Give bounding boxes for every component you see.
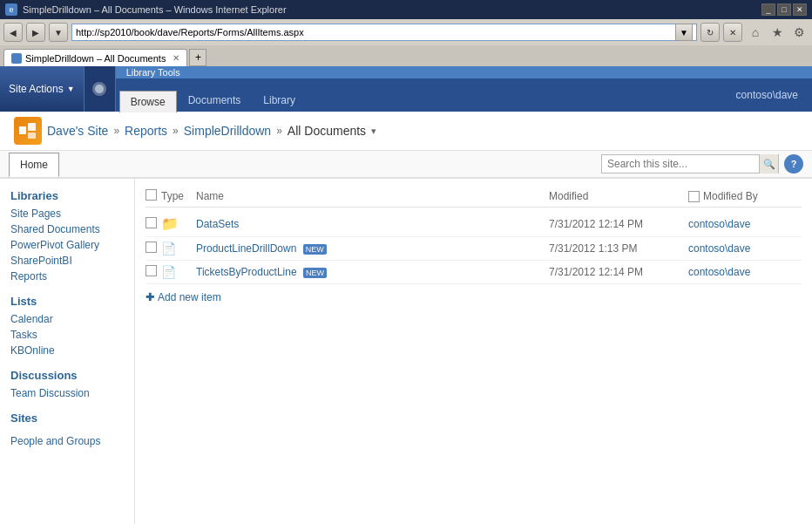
address-field[interactable]: http://sp2010/book/dave/Reports/Forms/Al… — [71, 24, 697, 41]
nav-home[interactable]: Home — [9, 153, 59, 177]
sidebar-item-kbonline[interactable]: KBOnline — [10, 343, 124, 358]
new-badge-productline: NEW — [303, 244, 327, 255]
new-badge-tickets: NEW — [303, 268, 327, 278]
header-check[interactable] — [145, 189, 161, 203]
breadcrumb-section[interactable]: Reports — [125, 124, 167, 138]
file-link-productline[interactable]: ProductLineDrillDown — [196, 242, 296, 255]
active-tab[interactable]: SimpleDrilldown – All Documents ✕ — [3, 49, 187, 66]
dropdown-button[interactable]: ▼ — [49, 23, 68, 42]
home-icon[interactable]: ⌂ — [746, 23, 765, 42]
row-name-tickets: TicketsByProductLine NEW — [196, 266, 549, 278]
sidebar-libraries-heading: Libraries — [10, 189, 124, 202]
table-row: 📄 TicketsByProductLine NEW 7/31/2012 12:… — [145, 261, 802, 284]
row-modified-tickets: 7/31/2012 12:14 PM — [549, 266, 688, 278]
header-modified[interactable]: Modified — [549, 190, 688, 202]
sidebar-item-tasks[interactable]: Tasks — [10, 327, 124, 343]
browser-window: e SimpleDrilldown – All Documents – Wind… — [0, 0, 812, 524]
sidebar-discussions-heading: Discussions — [10, 369, 124, 382]
ribbon-user[interactable]: contoso\dave — [726, 85, 809, 105]
sidebar-sites-heading: Sites — [10, 412, 124, 425]
breadcrumb-page: All Documents — [288, 124, 366, 138]
file-link-datasets[interactable]: DataSets — [196, 218, 239, 230]
svg-rect-2 — [19, 126, 26, 134]
site-icon — [14, 117, 42, 145]
content-area: Type Name Modified Modified By 📁 — [135, 179, 812, 524]
sidebar-item-reports[interactable]: Reports — [10, 269, 124, 284]
address-dropdown[interactable]: ▼ — [675, 24, 693, 41]
modby-link-productline[interactable]: contoso\dave — [688, 242, 750, 255]
sidebar-item-calendar[interactable]: Calendar — [10, 311, 124, 327]
add-new-item[interactable]: ✚ Add new item — [145, 284, 802, 310]
search-input[interactable] — [602, 158, 759, 170]
row-checkbox-tickets[interactable] — [145, 265, 157, 276]
ribbon-tabs-row: Browse Documents Library contoso\dave — [116, 78, 812, 112]
tab-favicon — [11, 53, 22, 64]
row-checkbox-productline[interactable] — [145, 242, 157, 253]
row-check-datasets[interactable] — [145, 217, 161, 231]
sidebar-item-sharepointbi[interactable]: SharePointBI — [10, 253, 124, 269]
row-name-productline: ProductLineDrillDown NEW — [196, 242, 549, 255]
row-modby-datasets: contoso\dave — [688, 218, 802, 230]
breadcrumb-sep3: » — [276, 125, 282, 137]
favorites-icon[interactable]: ★ — [768, 23, 787, 42]
ribbon-tab-documents[interactable]: Documents — [177, 89, 253, 112]
breadcrumb: Dave's Site » Reports » SimpleDrilldown … — [14, 117, 798, 145]
ribbon-tab-browse[interactable]: Browse — [119, 91, 177, 112]
search-button[interactable]: 🔍 — [759, 154, 778, 174]
browser-icon: e — [5, 3, 17, 16]
breadcrumb-site[interactable]: Dave's Site — [47, 124, 108, 138]
table-row: 📁 DataSets 7/31/2012 12:14 PM contoso\da… — [145, 211, 802, 237]
select-all-checkbox[interactable] — [145, 189, 157, 201]
file-link-tickets[interactable]: TicketsByProductLine — [196, 266, 297, 278]
row-name-datasets: DataSets — [196, 218, 549, 230]
row-check-productline[interactable] — [145, 242, 161, 255]
refresh-button[interactable]: ↻ — [700, 23, 720, 42]
modby-link-tickets[interactable]: contoso\dave — [688, 266, 750, 278]
header-modby-checkbox[interactable] — [688, 191, 700, 202]
sidebar: Libraries Site Pages Shared Documents Po… — [0, 179, 135, 524]
sidebar-lists-heading: Lists — [10, 295, 124, 308]
breadcrumb-subsection[interactable]: SimpleDrilldown — [184, 124, 271, 138]
address-text: http://sp2010/book/dave/Reports/Forms/Al… — [76, 27, 675, 37]
toolbar-icons: ⌂ ★ ⚙ — [746, 23, 809, 42]
site-actions-button[interactable]: Site Actions ▼ — [0, 66, 85, 112]
breadcrumb-sep2: » — [173, 125, 179, 137]
header-name[interactable]: Name — [196, 190, 549, 202]
title-bar: e SimpleDrilldown – All Documents – Wind… — [0, 0, 812, 19]
close-button[interactable]: ✕ — [793, 3, 807, 16]
tab-close-button[interactable]: ✕ — [173, 53, 179, 63]
row-modified-productline: 7/31/2012 1:13 PM — [549, 242, 688, 255]
header-modified-by: Modified By — [688, 190, 802, 202]
row-modified-datasets: 7/31/2012 12:14 PM — [549, 218, 688, 230]
sidebar-item-powerpivot[interactable]: PowerPivot Gallery — [10, 237, 124, 253]
restore-button[interactable]: □ — [777, 3, 791, 16]
row-checkbox-datasets[interactable] — [145, 217, 157, 228]
stop-button[interactable]: ✕ — [723, 23, 742, 42]
breadcrumb-dropdown-icon[interactable]: ▾ — [371, 126, 376, 137]
window-controls[interactable]: _ □ ✕ — [761, 3, 807, 16]
sp-logo-button[interactable] — [85, 66, 116, 112]
back-button[interactable]: ◀ — [3, 23, 23, 42]
breadcrumb-sep1: » — [113, 125, 119, 137]
folder-icon: 📁 — [161, 216, 179, 231]
sidebar-item-team-discussion[interactable]: Team Discussion — [10, 385, 124, 401]
row-type-productline: 📄 — [161, 242, 196, 255]
ribbon-tab-library[interactable]: Library — [252, 89, 307, 112]
ribbon-tabs-area: Library Tools Browse Documents Library c… — [116, 66, 812, 112]
window-title: SimpleDrilldown – All Documents – Window… — [23, 4, 287, 15]
help-button[interactable]: ? — [784, 154, 803, 174]
row-modby-productline: contoso\dave — [688, 242, 802, 255]
sidebar-item-site-pages[interactable]: Site Pages — [10, 206, 124, 221]
ribbon-left: Site Actions ▼ — [0, 66, 116, 112]
row-check-tickets[interactable] — [145, 265, 161, 279]
sidebar-item-people-groups[interactable]: People and Groups — [10, 433, 124, 449]
add-label: Add new item — [158, 291, 221, 303]
tools-icon[interactable]: ⚙ — [789, 23, 809, 42]
minimize-button[interactable]: _ — [761, 3, 775, 16]
new-tab-button[interactable]: + — [189, 49, 206, 66]
modby-link-datasets[interactable]: contoso\dave — [688, 218, 750, 230]
forward-button[interactable]: ▶ — [26, 23, 45, 42]
address-bar: ◀ ▶ ▼ http://sp2010/book/dave/Reports/Fo… — [0, 19, 812, 45]
search-box: 🔍 — [601, 154, 779, 174]
sidebar-item-shared-docs[interactable]: Shared Documents — [10, 221, 124, 237]
